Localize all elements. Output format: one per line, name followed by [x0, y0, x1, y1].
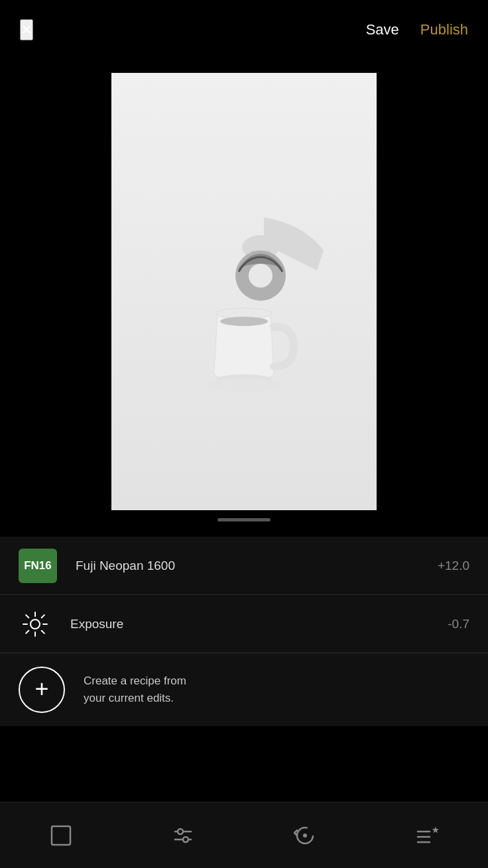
add-icon: + — [34, 677, 48, 701]
exposure-row[interactable]: Exposure -0.7 — [0, 595, 488, 653]
exposure-label: Exposure — [70, 617, 448, 631]
recipes-star-icon — [415, 824, 439, 847]
scroll-handle — [217, 518, 271, 521]
publish-button[interactable]: Publish — [420, 21, 468, 38]
header: × Save Publish — [0, 0, 488, 60]
svg-rect-18 — [52, 826, 70, 845]
close-button[interactable]: × — [20, 19, 33, 40]
svg-marker-28 — [432, 826, 439, 833]
adjustments-icon — [171, 824, 195, 847]
bottom-navigation — [0, 802, 488, 868]
header-actions: Save Publish — [366, 21, 468, 38]
svg-point-8 — [206, 378, 282, 392]
svg-line-15 — [42, 630, 44, 633]
film-row[interactable]: FN16 Fuji Neopan 1600 +12.0 — [0, 537, 488, 595]
svg-point-9 — [30, 620, 40, 629]
save-button[interactable]: Save — [366, 21, 399, 38]
recipe-description: Create a recipe from your current edits. — [84, 673, 186, 708]
film-name: Fuji Neopan 1600 — [76, 559, 438, 573]
frame-icon — [49, 824, 73, 847]
photo-preview — [111, 73, 377, 510]
history-icon — [293, 824, 317, 847]
photo-content — [111, 73, 377, 510]
edit-panel: FN16 Fuji Neopan 1600 +12.0 Exposure -0.… — [0, 537, 488, 726]
svg-point-6 — [220, 317, 268, 326]
add-recipe-button[interactable]: + — [19, 667, 65, 713]
svg-line-16 — [42, 615, 44, 618]
svg-point-21 — [178, 829, 183, 834]
nav-adjustments[interactable] — [163, 816, 203, 855]
nav-recipes[interactable] — [407, 816, 447, 855]
nav-history[interactable] — [285, 816, 325, 855]
nav-frame[interactable] — [41, 816, 81, 855]
svg-point-22 — [183, 837, 188, 842]
exposure-value: -0.7 — [448, 617, 469, 631]
svg-point-4 — [249, 264, 273, 288]
svg-line-14 — [26, 615, 29, 618]
film-badge: FN16 — [19, 549, 57, 583]
film-value: +12.0 — [438, 559, 469, 573]
photo-illustration — [158, 217, 330, 403]
svg-point-24 — [303, 834, 307, 838]
svg-line-17 — [26, 630, 29, 633]
recipe-row[interactable]: + Create a recipe from your current edit… — [0, 653, 488, 726]
exposure-icon — [19, 608, 52, 641]
